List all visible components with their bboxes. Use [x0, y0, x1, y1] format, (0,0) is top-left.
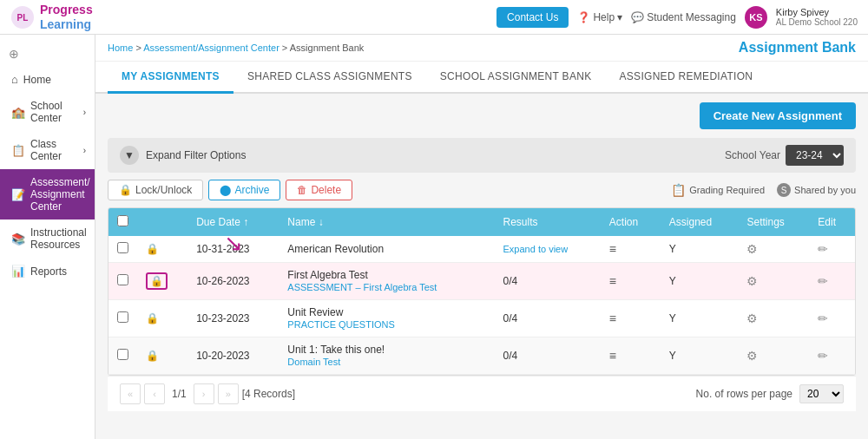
breadcrumb-assessment[interactable]: Assessment/Assignment Center — [143, 43, 279, 53]
row2-sublink[interactable]: ASSESSMENT – First Algebra Test — [287, 282, 437, 292]
row4-sublink[interactable]: Domain Test — [287, 357, 340, 367]
col-assigned: Assigned — [661, 208, 739, 236]
tab-my-assignments[interactable]: MY ASSIGNMENTS — [108, 62, 233, 94]
table-header: Due Date ↑ Name ↓ Results Action Assigne… — [108, 208, 855, 236]
row3-checkbox[interactable] — [117, 311, 128, 323]
lock-icon: 🔒 — [119, 184, 132, 196]
sidebar-item-assessment[interactable]: 📝 Assessment/ Assignment Center — [0, 169, 95, 220]
sidebar-label-class: Class Center — [30, 138, 78, 162]
filter-expand[interactable]: ▼ Expand Filter Options — [120, 146, 246, 165]
col-results: Results — [495, 208, 601, 236]
row2-edit[interactable]: ✏ — [809, 263, 855, 300]
row4-name: Unit 1: Take this one! Domain Test — [279, 337, 494, 375]
sidebar-label-reports: Reports — [30, 265, 67, 278]
school-name: AL Demo School 220 — [776, 17, 858, 27]
sidebar-item-class-center[interactable]: 📋 Class Center › — [0, 131, 95, 169]
sidebar-label-assessment: Assessment/ Assignment Center — [30, 176, 90, 213]
messaging-link[interactable]: 💬 Student Messaging — [631, 11, 736, 23]
lock-icon-3: 🔒 — [146, 312, 159, 324]
row2-assigned: Y — [661, 263, 739, 300]
edit-icon-2[interactable]: ✏ — [818, 274, 828, 288]
row1-edit[interactable]: ✏ — [809, 236, 855, 263]
contact-button[interactable]: Contact Us — [496, 7, 569, 28]
row3-sublink[interactable]: PRACTICE QUESTIONS — [287, 319, 394, 330]
results-icon-2[interactable]: ≡ — [609, 274, 616, 288]
sidebar-item-instructional[interactable]: 📚 Instructional Resources — [0, 220, 95, 258]
assignments-table: Due Date ↑ Name ↓ Results Action Assigne… — [108, 207, 856, 376]
settings-icon-2[interactable]: ⚙ — [746, 274, 758, 288]
logo-text: Progress Learning — [40, 3, 93, 32]
sidebar-item-reports[interactable]: 📊 Reports — [0, 258, 95, 285]
row2-lock-cell: 🔒 — [137, 263, 187, 300]
school-year-select[interactable]: 23-24 22-23 21-22 — [786, 145, 844, 166]
logo: PL Progress Learning — [10, 3, 93, 32]
help-link[interactable]: ❓ Help ▾ — [577, 11, 622, 23]
col-edit: Edit — [809, 208, 855, 236]
row2-settings[interactable]: ⚙ — [738, 263, 809, 300]
row4-edit[interactable]: ✏ — [809, 337, 855, 375]
home-icon: ⌂ — [11, 73, 18, 86]
row1-name: American Revolution — [279, 236, 494, 263]
row3-due-date: 10-23-2023 — [187, 300, 279, 337]
row4-action[interactable]: ≡ — [601, 337, 661, 375]
lock-unlock-button[interactable]: 🔒 Lock/Unlock — [108, 180, 203, 200]
shared-label: Shared by you — [794, 185, 856, 195]
row2-name: First Algebra Test ASSESSMENT – First Al… — [279, 263, 494, 300]
row1-checkbox-cell[interactable] — [108, 236, 137, 263]
first-page-button[interactable]: « — [120, 383, 141, 404]
row1-action[interactable]: ≡ — [601, 236, 661, 263]
select-all-checkbox[interactable] — [117, 215, 128, 226]
tab-assigned-remediation[interactable]: ASSIGNED REMEDIATION — [605, 62, 766, 94]
sidebar-item-home[interactable]: ⌂ Home — [0, 66, 95, 93]
sidebar-expand-icon[interactable]: ⊕ — [0, 42, 95, 66]
row3-settings[interactable]: ⚙ — [738, 300, 809, 337]
row3-action[interactable]: ≡ — [601, 300, 661, 337]
edit-icon-1[interactable]: ✏ — [818, 242, 828, 256]
edit-icon-4[interactable]: ✏ — [818, 349, 828, 363]
results-icon-3[interactable]: ≡ — [609, 311, 616, 325]
table-row: 🔒 10-23-2023 Unit Review PRACTICE QUESTI… — [108, 300, 855, 337]
archive-button[interactable]: ⬤ Archive — [208, 180, 280, 200]
row1-settings[interactable]: ⚙ — [738, 236, 809, 263]
reports-icon: 📊 — [11, 265, 25, 278]
tab-school-bank[interactable]: SCHOOL ASSIGNMENT BANK — [426, 62, 606, 94]
row2-action[interactable]: ≡ — [601, 263, 661, 300]
tab-shared-class[interactable]: SHARED CLASS ASSIGNMENTS — [233, 62, 426, 94]
breadcrumb-home[interactable]: Home — [108, 43, 133, 53]
rows-per-page-select[interactable]: 20 50 100 — [799, 384, 844, 403]
settings-icon-3[interactable]: ⚙ — [746, 311, 758, 325]
edit-icon-3[interactable]: ✏ — [818, 311, 828, 325]
delete-button[interactable]: 🗑 Delete — [286, 180, 352, 200]
results-icon-4[interactable]: ≡ — [609, 349, 616, 363]
main-content: Home > Assessment/Assignment Center > As… — [95, 35, 868, 439]
col-due-date[interactable]: Due Date ↑ — [187, 208, 279, 236]
header-right: Contact Us ❓ Help ▾ 💬 Student Messaging … — [496, 6, 858, 29]
row4-settings[interactable]: ⚙ — [738, 337, 809, 375]
row1-results[interactable]: Expand to view — [495, 236, 601, 263]
class-icon: 📋 — [11, 144, 25, 157]
instructional-icon: 📚 — [11, 233, 25, 246]
settings-icon-4[interactable]: ⚙ — [746, 349, 758, 363]
create-assignment-button[interactable]: Create New Assignment — [700, 102, 856, 129]
table-section: ↘ Due Date ↑ Name ↓ Results Action Assig… — [95, 207, 868, 376]
row2-checkbox[interactable] — [117, 274, 128, 285]
row1-checkbox[interactable] — [117, 242, 128, 253]
prev-page-button[interactable]: ‹ — [144, 383, 165, 404]
sidebar-label-school: School Center — [30, 100, 78, 124]
breadcrumb-current: Assignment Bank — [290, 43, 365, 53]
row2-checkbox-cell[interactable] — [108, 263, 137, 300]
table-body: 🔒 10-31-2023 American Revolution Expand … — [108, 236, 855, 375]
row4-checkbox[interactable] — [117, 349, 128, 360]
user-name: Kirby Spivey — [776, 7, 858, 17]
expand-link-1[interactable]: Expand to view — [503, 244, 569, 254]
settings-icon-1[interactable]: ⚙ — [746, 242, 758, 256]
sidebar-item-school-center[interactable]: 🏫 School Center › — [0, 93, 95, 131]
col-name[interactable]: Name ↓ — [279, 208, 494, 236]
table-row: 🔒 10-31-2023 American Revolution Expand … — [108, 236, 855, 263]
row4-checkbox-cell[interactable] — [108, 337, 137, 375]
next-page-button[interactable]: › — [194, 383, 214, 404]
row3-edit[interactable]: ✏ — [809, 300, 855, 337]
results-icon-1[interactable]: ≡ — [609, 242, 616, 256]
row3-checkbox-cell[interactable] — [108, 300, 137, 337]
last-page-button[interactable]: » — [218, 383, 239, 404]
